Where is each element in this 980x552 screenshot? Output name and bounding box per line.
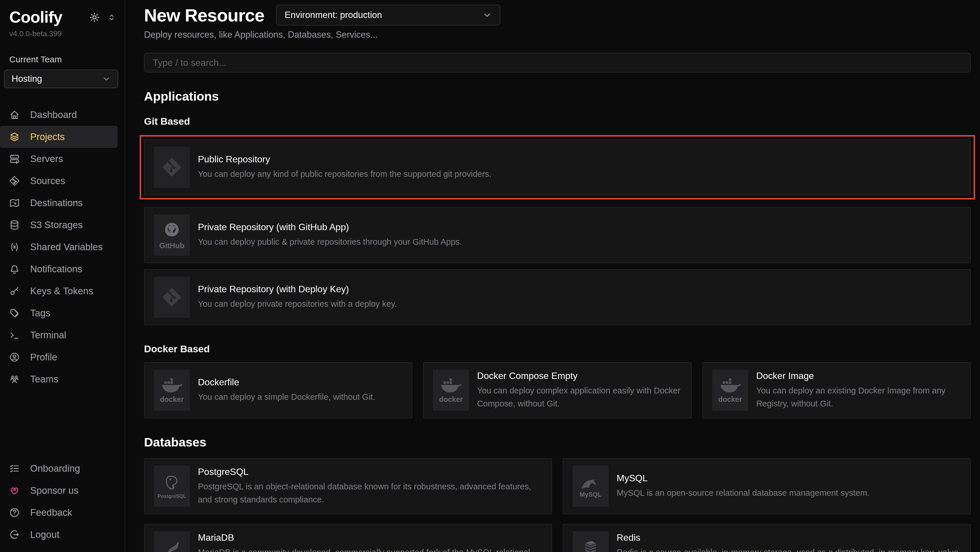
map-icon (9, 197, 20, 209)
bell-icon (9, 263, 20, 275)
docker-logo: docker (433, 370, 469, 411)
sidebar-item-terminal[interactable]: Terminal (0, 324, 118, 346)
sidebar-item-dashboard[interactable]: Dashboard (0, 104, 118, 126)
logout-icon (9, 529, 20, 541)
card-title: Docker Image (756, 370, 961, 381)
postgresql-logo: PostgreSQL (154, 466, 190, 507)
sidebar-item-shared-variables[interactable]: Shared Variables (0, 236, 118, 258)
variable-icon (9, 241, 20, 253)
environment-select-value: Environment: production (285, 10, 382, 20)
docker-wordmark: docker (160, 396, 184, 403)
card-description: Redis is a source-available, in-memory s… (617, 546, 961, 552)
sidebar-item-teams[interactable]: Teams (0, 368, 118, 390)
card-description: You can deploy a simple Dockerfile, with… (198, 391, 375, 404)
resource-card-dockerfile[interactable]: docker Dockerfile You can deploy a simpl… (144, 362, 412, 418)
theme-toggle-sun-icon[interactable] (89, 11, 100, 24)
resource-card-docker-image[interactable]: docker Docker Image You can deploy an ex… (702, 362, 971, 418)
redis-logo: redis (573, 531, 609, 552)
card-description: You can deploy public & private reposito… (198, 235, 462, 249)
page-title: New Resource (144, 5, 264, 26)
heart-icon (9, 485, 20, 496)
card-description: MariaDB is a community-developed, commer… (198, 546, 542, 552)
card-title: Docker Compose Empty (477, 370, 681, 381)
home-icon (9, 109, 20, 121)
help-circle-icon (9, 507, 20, 518)
card-description: You can deploy any kind of public reposi… (198, 168, 492, 180)
sidebar-item-profile[interactable]: Profile (0, 346, 118, 368)
page-subtitle: Deploy resources, like Applications, Dat… (144, 30, 971, 40)
git-logo (154, 147, 190, 188)
search-input[interactable] (144, 53, 971, 72)
sidebar-item-keys-tokens[interactable]: Keys & Tokens (0, 280, 118, 302)
docker-logo: docker (712, 370, 748, 411)
docker-wordmark: docker (718, 396, 742, 403)
git-diamond-icon (9, 175, 20, 187)
users-icon (9, 373, 20, 385)
sidebar-nav: Dashboard Projects Servers Sources Desti… (0, 104, 125, 390)
team-select[interactable]: Hosting (4, 70, 118, 88)
key-icon (9, 285, 20, 297)
mysql-logo: MySQL (573, 466, 609, 507)
collapse-chevrons-icon[interactable] (107, 13, 116, 24)
card-title: MySQL (617, 473, 870, 483)
database-icon (9, 219, 20, 231)
mysql-wordmark: MySQL (579, 491, 601, 498)
resource-card-docker-compose-empty[interactable]: docker Docker Compose Empty You can depl… (423, 362, 691, 418)
github-wordmark: GitHub (159, 242, 185, 249)
sidebar-item-onboarding[interactable]: Onboarding (0, 458, 118, 480)
resource-card-public-repository[interactable]: Public Repository You can deploy any kin… (144, 139, 971, 195)
sidebar-item-sources[interactable]: Sources (0, 170, 118, 192)
sidebar-item-notifications[interactable]: Notifications (0, 258, 118, 280)
sidebar-footer: Onboarding Sponsor us Feedback Logout (0, 458, 125, 546)
card-title: MariaDB (198, 532, 542, 543)
card-title: Redis (617, 532, 961, 543)
sidebar-item-projects[interactable]: Projects (0, 126, 118, 148)
card-description: You can deploy private repositories with… (198, 297, 397, 311)
resource-card-redis[interactable]: redis Redis Redis is a source-available,… (563, 524, 971, 552)
resource-card-mysql[interactable]: MySQL MySQL MySQL is an open-source rela… (563, 458, 971, 514)
tag-icon (9, 307, 20, 319)
databases-heading: Databases (144, 435, 971, 449)
sidebar-item-feedback[interactable]: Feedback (0, 501, 118, 523)
sidebar-item-sponsor-us[interactable]: Sponsor us (0, 480, 118, 501)
current-team-label: Current Team (9, 54, 125, 64)
user-circle-icon (9, 351, 20, 363)
card-title: Public Repository (198, 154, 492, 165)
card-description: You can deploy an existing Docker Image … (756, 384, 961, 410)
terminal-icon (9, 329, 20, 341)
sidebar-item-logout[interactable]: Logout (0, 523, 118, 546)
server-icon (9, 153, 20, 165)
sidebar-item-s3-storages[interactable]: S3 Storages (0, 214, 118, 236)
sidebar-item-servers[interactable]: Servers (0, 148, 118, 170)
app-logo[interactable]: Coolify (9, 8, 62, 26)
environment-select[interactable]: Environment: production (276, 5, 500, 26)
mariadb-logo: MariaDB (154, 531, 190, 552)
sidebar-item-destinations[interactable]: Destinations (0, 192, 118, 214)
applications-heading: Applications (144, 89, 971, 104)
highlight-annotation: Public Repository You can deploy any kin… (140, 135, 975, 199)
sidebar-item-tags[interactable]: Tags (0, 302, 118, 324)
resource-card-postgresql[interactable]: PostgreSQL PostgreSQL PostgreSQL is an o… (144, 458, 552, 514)
card-title: PostgreSQL (198, 466, 542, 477)
resource-card-private-repository-deploy-key[interactable]: Private Repository (with Deploy Key) You… (144, 269, 971, 325)
card-description: MySQL is an open-source relational datab… (617, 487, 870, 499)
resource-card-private-repository-github-app[interactable]: GitHub Private Repository (with GitHub A… (144, 207, 971, 263)
git-based-heading: Git Based (144, 116, 971, 127)
card-description: PostgreSQL is an object-relational datab… (198, 480, 542, 506)
card-description: You can deploy complex application easil… (477, 384, 681, 410)
app-version: v4.0.0-beta.399 (9, 29, 125, 38)
docker-logo: docker (154, 370, 190, 411)
checklist-icon (9, 463, 20, 474)
team-select-value: Hosting (11, 73, 42, 84)
chevron-down-icon (482, 10, 492, 20)
docker-wordmark: docker (439, 396, 463, 403)
card-title: Private Repository (with GitHub App) (198, 222, 462, 233)
github-logo: GitHub (154, 215, 190, 256)
layers-icon (9, 131, 20, 143)
card-title: Private Repository (with Deploy Key) (198, 284, 397, 295)
chevron-down-icon (102, 74, 111, 84)
postgresql-wordmark: PostgreSQL (158, 494, 186, 499)
main-content: New Resource Environment: production Dep… (125, 0, 980, 552)
docker-based-heading: Docker Based (144, 343, 971, 354)
resource-card-mariadb[interactable]: MariaDB MariaDB MariaDB is a community-d… (144, 524, 552, 552)
